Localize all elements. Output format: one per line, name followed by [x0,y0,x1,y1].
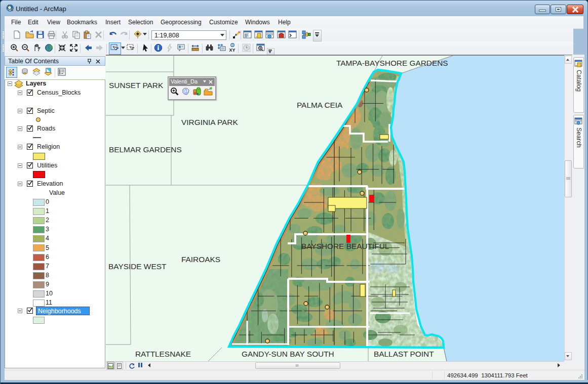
svg-text:SUNSET PARK: SUNSET PARK [109,81,164,90]
svg-text:TAMPA-BAYSHORE GARDENS: TAMPA-BAYSHORE GARDENS [336,59,448,67]
svg-text:FAIROAKS: FAIROAKS [181,255,220,264]
svg-text:BALLAST POINT: BALLAST POINT [374,350,434,358]
svg-text:PALMA CEIA: PALMA CEIA [297,101,343,109]
svg-text:RATTLESNAKE: RATTLESNAKE [135,350,191,358]
svg-text:GANDY-SUN BAY SOUTH: GANDY-SUN BAY SOUTH [242,350,334,358]
svg-text:BELMAR GARDENS: BELMAR GARDENS [109,145,182,154]
svg-text:VIRGINIA PARK: VIRGINIA PARK [181,118,238,126]
svg-text:BAYSIDE WEST: BAYSIDE WEST [108,262,167,271]
svg-text:BAYSHORE BEAUTIFUL: BAYSHORE BEAUTIFUL [301,242,389,250]
